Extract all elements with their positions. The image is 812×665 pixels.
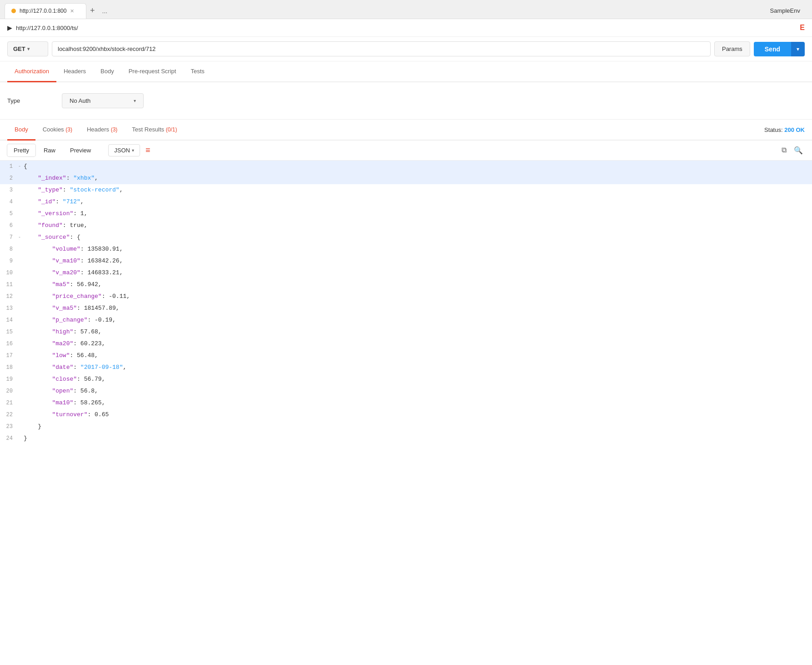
line-content: "v_ma5": 181457.89, xyxy=(24,303,120,313)
line-number: 3 xyxy=(0,185,18,195)
tab-headers[interactable]: Headers xyxy=(56,61,93,82)
tab-tests[interactable]: Tests xyxy=(183,61,211,82)
line-content: "p_change": -0.19, xyxy=(24,315,116,325)
line-number: 16 xyxy=(0,339,18,349)
json-line: 16 "ma20": 60.223, xyxy=(0,338,812,350)
method-label: GET xyxy=(13,45,25,52)
tab-url-label: http://127.0.0.1:800 xyxy=(20,8,66,14)
search-icon[interactable]: 🔍 xyxy=(792,144,805,156)
line-number: 22 xyxy=(0,410,18,420)
line-number: 11 xyxy=(0,280,18,290)
send-dropdown-button[interactable]: ▾ xyxy=(791,42,805,56)
line-number: 17 xyxy=(0,351,18,361)
line-number: 23 xyxy=(0,422,18,432)
line-content: "ma5": 56.942, xyxy=(24,280,102,290)
copy-icon[interactable]: ⧉ xyxy=(780,144,788,156)
tab-pre-request-script[interactable]: Pre-request Script xyxy=(121,61,184,82)
json-line: 22 "turnover": 0.65 xyxy=(0,409,812,421)
status-value: 200 OK xyxy=(784,126,805,133)
line-content: "v_ma10": 163842.26, xyxy=(24,256,123,266)
json-line: 3 "_type": "stock-record", xyxy=(0,184,812,196)
send-button[interactable]: Send xyxy=(754,42,791,56)
json-line: 8 "volume": 135830.91, xyxy=(0,243,812,255)
json-line: 13 "v_ma5": 181457.89, xyxy=(0,302,812,314)
format-toolbar: Pretty Raw Preview JSON ▾ ≡ ⧉ 🔍 xyxy=(0,141,812,161)
method-select[interactable]: GET ▾ xyxy=(7,41,48,56)
preview-button[interactable]: Preview xyxy=(64,144,97,156)
resp-tab-cookies[interactable]: Cookies (3) xyxy=(35,120,80,141)
format-label: JSON xyxy=(114,147,130,154)
line-number: 21 xyxy=(0,398,18,408)
line-content: "low": 56.48, xyxy=(24,351,98,361)
auth-type-value: No Auth xyxy=(70,97,90,104)
json-line: 7- "_source": { xyxy=(0,232,812,243)
line-number: 10 xyxy=(0,268,18,278)
breadcrumb-arrow-icon: ▶ xyxy=(7,24,12,31)
line-number: 9 xyxy=(0,256,18,266)
line-content: "_source": { xyxy=(24,232,80,242)
breadcrumb-bar: ▶ http://127.0.0.1:8000/ts/ E xyxy=(0,19,812,37)
line-toggle[interactable]: - xyxy=(18,161,24,171)
tab-close-icon[interactable]: ✕ xyxy=(70,8,74,14)
env-status-icon: E xyxy=(800,24,805,32)
line-number: 14 xyxy=(0,315,18,325)
line-number: 5 xyxy=(0,209,18,219)
line-content: "volume": 135830.91, xyxy=(24,244,123,254)
line-number: 15 xyxy=(0,327,18,337)
json-line: 18 "date": "2017-09-18", xyxy=(0,362,812,373)
line-content: "open": 56.8, xyxy=(24,386,98,396)
resp-tab-body[interactable]: Body xyxy=(7,120,35,141)
raw-button[interactable]: Raw xyxy=(37,144,62,156)
line-number: 20 xyxy=(0,386,18,396)
tab-add-button[interactable]: + xyxy=(86,6,99,15)
line-content: "found": true, xyxy=(24,221,87,231)
auth-type-chevron-icon: ▾ xyxy=(134,98,136,103)
env-label: SampleEnv xyxy=(763,7,807,14)
resp-tab-headers[interactable]: Headers (3) xyxy=(80,120,125,141)
line-toggle[interactable]: - xyxy=(18,232,24,242)
send-btn-group: Send ▾ xyxy=(754,42,805,56)
json-line: 6 "found": true, xyxy=(0,220,812,232)
toolbar-right: ⧉ 🔍 xyxy=(780,144,805,156)
line-content: "v_ma20": 146833.21, xyxy=(24,268,123,278)
response-header: Body Cookies (3) Headers (3) Test Result… xyxy=(0,120,812,141)
format-chevron-icon: ▾ xyxy=(132,148,134,153)
auth-type-select[interactable]: No Auth ▾ xyxy=(62,93,144,108)
breadcrumb-url[interactable]: http://127.0.0.1:8000/ts/ xyxy=(16,25,78,31)
line-content: "date": "2017-09-18", xyxy=(24,363,126,373)
line-number: 4 xyxy=(0,197,18,207)
line-content: "high": 57.68, xyxy=(24,327,102,337)
line-content: "_type": "stock-record", xyxy=(24,185,123,195)
url-input[interactable] xyxy=(52,41,711,56)
json-line: 12 "price_change": -0.11, xyxy=(0,291,812,302)
json-line: 14 "p_change": -0.19, xyxy=(0,314,812,326)
request-tabs: Authorization Headers Body Pre-request S… xyxy=(0,61,812,82)
format-select[interactable]: JSON ▾ xyxy=(108,144,140,156)
line-number: 12 xyxy=(0,292,18,302)
line-content: "turnover": 0.65 xyxy=(24,410,109,420)
resp-tab-test-results[interactable]: Test Results (0/1) xyxy=(125,120,184,141)
tab-authorization[interactable]: Authorization xyxy=(7,61,56,82)
line-content: { xyxy=(24,161,27,171)
params-button[interactable]: Params xyxy=(714,41,750,56)
json-line: 5 "_version": 1, xyxy=(0,208,812,220)
json-line: 19 "close": 56.79, xyxy=(0,373,812,385)
line-content: "price_change": -0.11, xyxy=(24,292,130,302)
json-line: 17 "low": 56.48, xyxy=(0,350,812,362)
json-line: 15 "high": 57.68, xyxy=(0,326,812,338)
tab-bar: http://127.0.0.1:800 ✕ + ... SampleEnv xyxy=(0,0,812,19)
line-content: "_version": 1, xyxy=(24,209,87,219)
json-line: 2 "_index": "xhbx", xyxy=(0,172,812,184)
tab-body[interactable]: Body xyxy=(93,61,121,82)
browser-tab[interactable]: http://127.0.0.1:800 ✕ xyxy=(5,3,86,19)
pretty-button[interactable]: Pretty xyxy=(7,144,35,156)
line-content: "_id": "712", xyxy=(24,197,84,207)
wrap-icon[interactable]: ≡ xyxy=(142,146,154,155)
headers-badge: (3) xyxy=(111,126,118,133)
line-number: 8 xyxy=(0,244,18,254)
json-line: 21 "ma10": 58.265, xyxy=(0,397,812,409)
line-content: "ma10": 58.265, xyxy=(24,398,105,408)
line-number: 6 xyxy=(0,221,18,231)
line-content: "ma20": 60.223, xyxy=(24,339,105,349)
tab-more-button[interactable]: ... xyxy=(99,7,111,15)
